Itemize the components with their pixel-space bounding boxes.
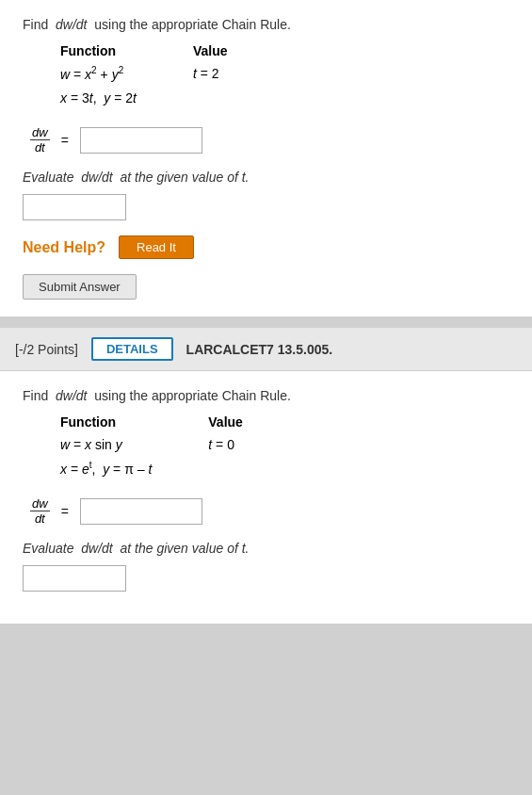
problem-section-1: Find dw/dt using the appropriate Chain R… <box>0 0 532 318</box>
dwdt-answer-input-2[interactable] <box>80 498 202 525</box>
points-bar: [-/2 Points] DETAILS LARCALCET7 13.5.005… <box>0 328 532 371</box>
fraction-denominator-1: dt <box>33 140 47 154</box>
value-line1-1: t = 2 <box>193 62 228 86</box>
dwdt-input-row-2: dw dt = <box>30 496 509 526</box>
function-line2-2: x = et, y = π – t <box>60 457 152 481</box>
section-divider <box>0 318 532 328</box>
function-value-table-1: Function w = x2 + y2 x = 3t, y = 2t Valu… <box>23 43 509 110</box>
evaluate-answer-input-1[interactable] <box>23 194 126 220</box>
value-line1-2: t = 0 <box>208 433 243 457</box>
value-header-2: Value <box>208 414 243 430</box>
function-line1-1: w = x2 + y2 <box>60 62 137 87</box>
problem-section-2: Find dw/dt using the appropriate Chain R… <box>0 371 532 624</box>
value-column-1: Value t = 2 <box>193 43 228 110</box>
dwdt-answer-input-1[interactable] <box>80 127 202 154</box>
points-label: [-/2 Points] <box>15 342 78 357</box>
problem-reference: LARCALCET7 13.5.005. <box>186 342 333 357</box>
problem-statement-2: Find dw/dt using the appropriate Chain R… <box>23 388 509 403</box>
fraction-numerator-2: dw <box>30 496 50 511</box>
function-column-2: Function w = x sin y x = et, y = π – t <box>60 414 152 481</box>
evaluate-answer-input-2[interactable] <box>23 565 126 592</box>
need-help-label-1: Need Help? <box>23 239 105 256</box>
value-content-1: t = 2 <box>193 62 228 86</box>
submit-answer-button-1[interactable]: Submit Answer <box>23 274 137 300</box>
value-header-1: Value <box>193 43 228 58</box>
dwdt-fraction-2: dw dt <box>30 496 50 526</box>
function-content-1: w = x2 + y2 x = 3t, y = 2t <box>60 62 137 110</box>
function-header-2: Function <box>60 414 152 430</box>
function-line2-1: x = 3t, y = 2t <box>60 87 137 110</box>
function-value-table-2: Function w = x sin y x = et, y = π – t V… <box>23 414 509 481</box>
problem-statement-1: Find dw/dt using the appropriate Chain R… <box>23 17 509 32</box>
dwdt-input-row-1: dw dt = <box>30 125 509 154</box>
function-column-1: Function w = x2 + y2 x = 3t, y = 2t <box>60 43 137 110</box>
value-column-2: Value t = 0 <box>208 414 243 481</box>
value-content-2: t = 0 <box>208 433 243 457</box>
fraction-numerator-1: dw <box>30 125 50 140</box>
equals-sign-1: = <box>61 133 69 148</box>
need-help-row-1: Need Help? Read It <box>23 235 509 259</box>
equals-sign-2: = <box>61 504 69 519</box>
function-content-2: w = x sin y x = et, y = π – t <box>60 433 152 481</box>
fraction-denominator-2: dt <box>33 511 47 526</box>
function-line1-2: w = x sin y <box>60 433 152 457</box>
evaluate-label-1: Evaluate dw/dt at the given value of t. <box>23 170 509 185</box>
details-button[interactable]: DETAILS <box>91 337 173 361</box>
function-header-1: Function <box>60 43 137 58</box>
dwdt-fraction-1: dw dt <box>30 125 50 154</box>
evaluate-label-2: Evaluate dw/dt at the given value of t. <box>23 541 509 556</box>
read-it-button[interactable]: Read It <box>119 235 194 259</box>
